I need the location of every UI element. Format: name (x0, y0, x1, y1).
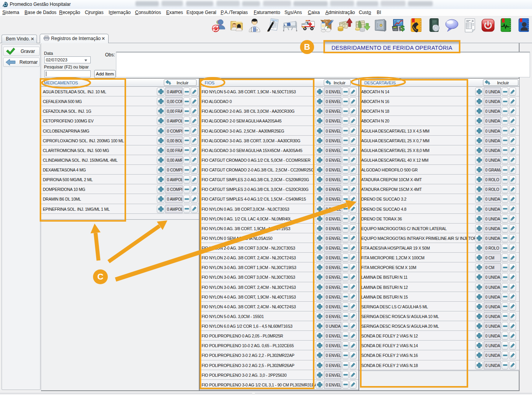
svg-text:$: $ (400, 24, 404, 32)
